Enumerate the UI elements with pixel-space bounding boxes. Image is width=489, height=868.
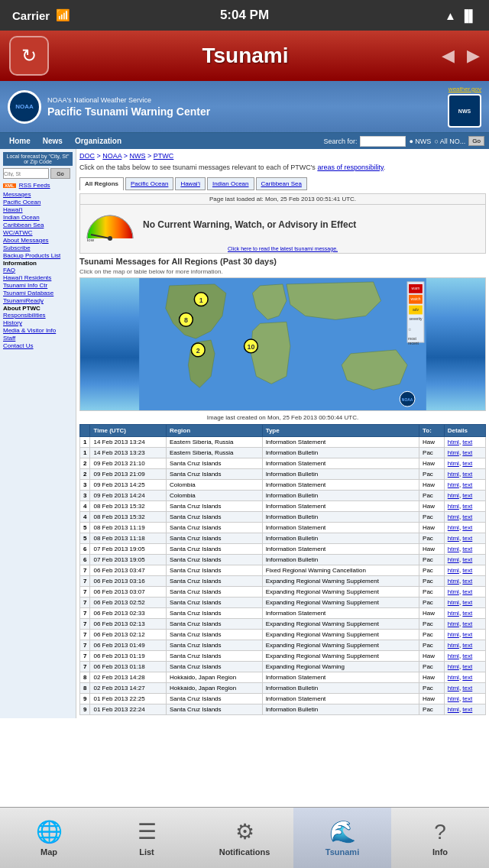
row-text-link[interactable]: text <box>462 706 472 713</box>
sidebar-indian-ocean[interactable]: Indian Ocean <box>3 214 73 221</box>
row-html-link[interactable]: html <box>448 556 459 563</box>
read-latest-link[interactable]: Click here to read the latest tsunami me… <box>80 245 485 253</box>
table-row[interactable]: 1 14 Feb 2013 13:23 Eastern Siberia, Rus… <box>80 447 486 458</box>
row-html-link[interactable]: html <box>448 653 459 659</box>
row-html-link[interactable]: html <box>448 567 459 574</box>
table-row[interactable]: 6 07 Feb 2013 19:05 Santa Cruz Islands I… <box>80 554 486 565</box>
row-html-link[interactable]: html <box>448 674 459 681</box>
row-text-link[interactable]: text <box>462 546 472 552</box>
table-row[interactable]: 2 09 Feb 2013 21:09 Santa Cruz Islands I… <box>80 468 486 479</box>
row-html-link[interactable]: html <box>448 620 459 627</box>
table-row[interactable]: 5 08 Feb 2013 11:18 Santa Cruz Islands I… <box>80 533 486 543</box>
row-text-link[interactable]: text <box>462 653 472 659</box>
sidebar-hawaii[interactable]: Hawai'i <box>3 206 73 213</box>
rss-feeds-link[interactable]: RSS Feeds <box>19 182 50 189</box>
row-html-link[interactable]: html <box>448 588 459 595</box>
row-text-link[interactable]: text <box>462 535 472 542</box>
sidebar-wcatwc[interactable]: WC/ATWC <box>3 229 73 236</box>
table-row[interactable]: 6 07 Feb 2013 19:05 Santa Cruz Islands I… <box>80 543 486 554</box>
table-row[interactable]: 3 09 Feb 2013 14:25 Colombia Information… <box>80 479 486 490</box>
row-html-link[interactable]: html <box>448 481 459 488</box>
row-text-link[interactable]: text <box>462 599 472 606</box>
row-html-link[interactable]: html <box>448 535 459 542</box>
row-text-link[interactable]: text <box>462 685 472 691</box>
breadcrumb-nws[interactable]: NWS <box>130 152 146 160</box>
row-text-link[interactable]: text <box>462 471 472 478</box>
sidebar-tsunami-info[interactable]: Tsunami Info Ctr <box>3 282 73 289</box>
row-html-link[interactable]: html <box>448 663 459 670</box>
table-row[interactable]: 7 06 Feb 2013 01:49 Santa Cruz Islands E… <box>80 640 486 650</box>
nav-organization[interactable]: Organization <box>70 135 126 147</box>
row-text-link[interactable]: text <box>462 513 472 520</box>
sidebar-subscribe[interactable]: Subscribe <box>3 245 73 251</box>
row-text-link[interactable]: text <box>462 631 472 638</box>
row-text-link[interactable]: text <box>462 588 472 595</box>
table-row[interactable]: 5 08 Feb 2013 11:19 Santa Cruz Islands I… <box>80 522 486 533</box>
row-text-link[interactable]: text <box>462 674 472 681</box>
row-text-link[interactable]: text <box>462 503 472 510</box>
row-html-link[interactable]: html <box>448 449 459 456</box>
row-text-link[interactable]: text <box>462 439 472 445</box>
table-row[interactable]: 7 06 Feb 2013 03:47 Santa Cruz Islands F… <box>80 565 486 575</box>
row-text-link[interactable]: text <box>462 460 472 467</box>
sidebar-staff[interactable]: Staff <box>3 335 73 342</box>
tab-tsunami[interactable]: 🌊 Tsunami <box>293 808 391 868</box>
tab-all-regions[interactable]: All Regions <box>79 177 124 190</box>
row-html-link[interactable]: html <box>448 685 459 691</box>
table-row[interactable]: 7 06 Feb 2013 01:18 Santa Cruz Islands E… <box>80 661 486 672</box>
row-html-link[interactable]: html <box>448 706 459 713</box>
tab-info[interactable]: ? Info <box>391 808 489 868</box>
row-html-link[interactable]: html <box>448 599 459 606</box>
sidebar-responsibilities[interactable]: Responsibilities <box>3 312 73 319</box>
row-html-link[interactable]: html <box>448 610 459 617</box>
row-html-link[interactable]: html <box>448 513 459 520</box>
table-row[interactable]: 9 01 Feb 2013 22:25 Santa Cruz Islands I… <box>80 693 486 704</box>
row-text-link[interactable]: text <box>462 449 472 456</box>
tab-list[interactable]: ☰ List <box>98 808 196 868</box>
sidebar-contact[interactable]: Contact Us <box>3 342 73 349</box>
row-html-link[interactable]: html <box>448 546 459 552</box>
city-input[interactable] <box>3 168 49 179</box>
areas-of-responsibility-link[interactable]: areas of responsibility <box>317 164 383 171</box>
prev-nav-button[interactable]: ◀ <box>442 46 455 66</box>
row-text-link[interactable]: text <box>462 578 472 585</box>
sidebar-go-button[interactable]: Go <box>50 168 70 179</box>
sidebar-media[interactable]: Media & Visitor Info <box>3 327 73 334</box>
table-row[interactable]: 8 02 Feb 2013 14:27 Hokkaido, Japan Regi… <box>80 682 486 693</box>
nav-news[interactable]: News <box>38 135 67 147</box>
tab-hawaii[interactable]: Hawai'i <box>175 177 206 190</box>
sidebar-tsunami-ready[interactable]: TsunamiReady <box>3 297 73 304</box>
row-html-link[interactable]: html <box>448 578 459 585</box>
sidebar-about-messages[interactable]: About Messages <box>3 237 73 244</box>
row-html-link[interactable]: html <box>448 492 459 499</box>
table-row[interactable]: 7 06 Feb 2013 02:52 Santa Cruz Islands E… <box>80 597 486 607</box>
table-row[interactable]: 7 06 Feb 2013 02:33 Santa Cruz Islands I… <box>80 607 486 618</box>
row-html-link[interactable]: html <box>448 460 459 467</box>
sidebar-tsunami-database[interactable]: Tsunami Database <box>3 290 73 296</box>
table-row[interactable]: 4 08 Feb 2013 15:32 Santa Cruz Islands I… <box>80 511 486 522</box>
read-latest-anchor[interactable]: Click here to read the latest tsunami me… <box>228 246 338 251</box>
next-nav-button[interactable]: ▶ <box>467 46 480 66</box>
search-go-button[interactable]: Go <box>468 136 484 146</box>
tab-caribbean-sea[interactable]: Caribbean Sea <box>256 177 307 190</box>
web-content[interactable]: NOAA NOAA's National Weather Service Pac… <box>0 81 489 807</box>
world-map[interactable]: 1 8 2 10 warn watch adv severity <box>79 277 486 411</box>
table-row[interactable]: 7 06 Feb 2013 01:19 Santa Cruz Islands E… <box>80 650 486 661</box>
table-row[interactable]: 7 06 Feb 2013 03:16 Santa Cruz Islands E… <box>80 575 486 586</box>
sidebar-pacific-ocean[interactable]: Pacific Ocean <box>3 199 73 206</box>
row-text-link[interactable]: text <box>462 481 472 488</box>
row-html-link[interactable]: html <box>448 642 459 649</box>
sidebar-history[interactable]: History <box>3 319 73 326</box>
sidebar-messages[interactable]: Messages <box>3 191 73 198</box>
sidebar-faq[interactable]: FAQ <box>3 267 73 274</box>
table-row[interactable]: 2 09 Feb 2013 21:10 Santa Cruz Islands I… <box>80 458 486 468</box>
table-row[interactable]: 1 14 Feb 2013 13:24 Eastern Siberia, Rus… <box>80 436 486 447</box>
table-row[interactable]: 8 02 Feb 2013 14:28 Hokkaido, Japan Regi… <box>80 672 486 682</box>
table-row[interactable]: 4 08 Feb 2013 15:32 Santa Cruz Islands I… <box>80 500 486 511</box>
table-row[interactable]: 3 09 Feb 2013 14:24 Colombia Information… <box>80 490 486 500</box>
row-text-link[interactable]: text <box>462 567 472 574</box>
row-html-link[interactable]: html <box>448 503 459 510</box>
table-row[interactable]: 7 06 Feb 2013 02:12 Santa Cruz Islands E… <box>80 629 486 640</box>
tab-map[interactable]: 🌐 Map <box>0 808 98 868</box>
row-text-link[interactable]: text <box>462 663 472 670</box>
